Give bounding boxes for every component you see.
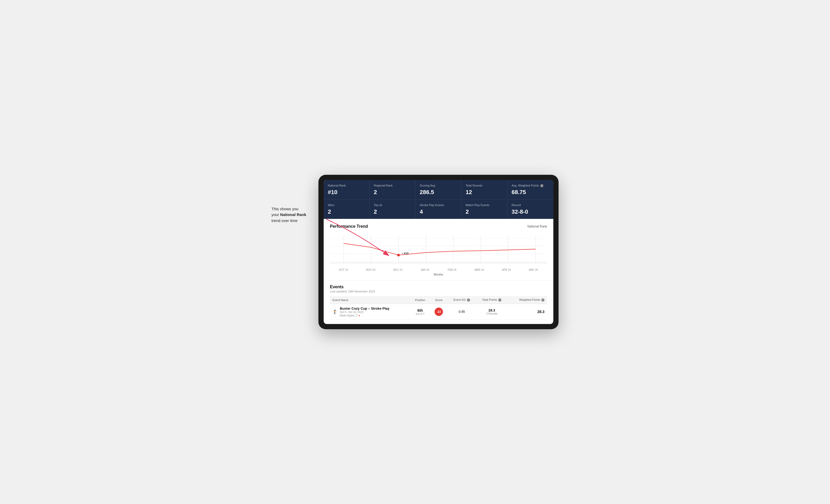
event-rounds: 3 Rounds xyxy=(479,312,505,315)
events-last-updated: Last updated: 24th November 2023 xyxy=(330,290,547,293)
chart-section: Performance Trend National Rank xyxy=(324,219,553,280)
chart-rank-label: • #10 xyxy=(402,252,409,255)
tablet-frame: National Rank #10 Regional Rank 2 Scorin… xyxy=(318,175,558,330)
col-score: Score xyxy=(430,296,448,304)
stat-avg-weighted-pts-value: 68.75 xyxy=(512,189,549,196)
stat-national-rank-value: #10 xyxy=(328,189,365,196)
stat-record: Record 32-8-0 xyxy=(507,200,553,219)
stats-row1: National Rank #10 Regional Rank 2 Scorin… xyxy=(324,180,553,199)
chart-x-label-may24: MAY 24 xyxy=(520,268,547,271)
weighted-pts-info-icon: i xyxy=(541,298,544,302)
col-total-points: Total Points i xyxy=(476,296,508,304)
stat-stroke-play-value: 4 xyxy=(420,208,457,215)
stat-top3s: Top 3s 2 xyxy=(370,200,416,219)
chart-svg: • #10 xyxy=(330,233,547,267)
stat-regional-rank: Regional Rank 2 xyxy=(370,180,416,199)
table-row: 🏌️ Buster Cozy Cup – Stroke Play Oct 9 -… xyxy=(330,304,547,320)
stat-scoring-avg-value: 286.5 xyxy=(420,189,457,196)
stat-scoring-avg-label: Scoring Avg. xyxy=(420,183,457,187)
event-name: Buster Cozy Cup – Stroke Play xyxy=(340,306,389,310)
stat-top3s-label: Top 3s xyxy=(374,203,411,207)
annotation-line3: trend over time xyxy=(272,219,297,223)
tablet-screen: National Rank #10 Regional Rank 2 Scorin… xyxy=(324,180,553,324)
annotation-line1: This shows you xyxy=(272,207,298,211)
chart-title: Performance Trend xyxy=(330,224,368,229)
stat-scoring-avg: Scoring Avg. 286.5 xyxy=(416,180,461,199)
stat-total-rounds-value: 12 xyxy=(466,189,503,196)
chart-header: Performance Trend National Rank xyxy=(330,224,547,229)
stat-match-play: Match Play Events 2 xyxy=(461,200,507,219)
event-position: 6th xyxy=(413,308,427,312)
chart-x-labels: OCT 23 NOV 23 DEC 23 JAN 24 FEB 24 MAR 2… xyxy=(330,267,547,272)
events-table-body: 🏌️ Buster Cozy Cup – Stroke Play Oct 9 -… xyxy=(330,304,547,320)
chart-x-label-jan24: JAN 24 xyxy=(411,268,439,271)
events-table-header: Event Name Position Score Event SG i xyxy=(330,296,547,304)
stat-wins-value: 2 xyxy=(328,208,365,215)
avg-weighted-info-icon: i xyxy=(540,184,543,187)
chart-x-label-oct23: OCT 23 xyxy=(330,268,357,271)
stat-regional-rank-label: Regional Rank xyxy=(374,183,411,187)
event-rank-impact: Rank Impact: 3 ▼ xyxy=(340,314,389,317)
stat-national-rank-label: National Rank xyxy=(328,183,365,187)
annotation-text: This shows you your National Rank trend … xyxy=(272,206,306,224)
stats-row2: Wins 2 Top 3s 2 Stroke Play Events 4 Mat… xyxy=(324,199,553,219)
stat-record-value: 32-8-0 xyxy=(512,208,549,215)
stat-avg-weighted-pts: Avg. Weighted Points i 68.75 xyxy=(507,180,553,199)
stat-regional-rank-value: 2 xyxy=(374,189,411,196)
col-event-sg: Event SG i xyxy=(448,296,476,304)
event-total-pts: 28.3 xyxy=(479,308,505,312)
annotation-line2-prefix: your xyxy=(272,212,280,217)
stat-national-rank: National Rank #10 xyxy=(324,180,370,199)
events-table: Event Name Position Score Event SG i xyxy=(330,296,547,320)
event-info: Buster Cozy Cup – Stroke Play Oct 9 - Oc… xyxy=(340,306,389,317)
event-date: Oct 9 - Oct 10, 2023 xyxy=(340,311,389,313)
events-section: Events Last updated: 24th November 2023 … xyxy=(324,280,553,324)
event-position-sub: out of 7 xyxy=(413,312,427,315)
event-sg-info-icon: i xyxy=(467,298,470,302)
annotation-bold: National Rank xyxy=(280,212,306,217)
stat-wins-label: Wins xyxy=(328,203,365,207)
rank-impact-arrow-icon: ▼ xyxy=(358,314,360,317)
event-sg-value: 0.45 xyxy=(459,310,465,313)
chart-legend: National Rank xyxy=(528,225,547,228)
stat-avg-weighted-pts-label: Avg. Weighted Points i xyxy=(512,183,549,187)
event-score-cell: -22 xyxy=(430,304,448,320)
total-pts-info-icon: i xyxy=(498,298,501,302)
chart-x-title: Months xyxy=(330,273,547,276)
event-icon: 🏌️ xyxy=(332,309,338,314)
event-sg-cell: 0.45 xyxy=(448,304,476,320)
events-title: Events xyxy=(330,284,547,289)
stat-top3s-value: 2 xyxy=(374,208,411,215)
event-weighted-pts: 28.3 xyxy=(537,310,544,314)
event-position-cell: 6th out of 7 xyxy=(410,304,430,320)
event-name-container: 🏌️ Buster Cozy Cup – Stroke Play Oct 9 -… xyxy=(332,306,408,317)
chart-x-label-apr24: APR 24 xyxy=(493,268,520,271)
col-position: Position xyxy=(410,296,430,304)
stat-match-play-label: Match Play Events xyxy=(466,203,503,207)
event-total-pts-cell: 28.3 3 Rounds xyxy=(476,304,508,320)
outer-wrapper: This shows you your National Rank trend … xyxy=(272,175,558,330)
event-score-badge: -22 xyxy=(435,308,443,316)
chart-x-label-mar24: MAR 24 xyxy=(466,268,493,271)
stat-stroke-play: Stroke Play Events 4 xyxy=(416,200,461,219)
chart-x-label-dec23: DEC 23 xyxy=(384,268,411,271)
stat-total-rounds-label: Total Rounds xyxy=(466,183,503,187)
trend-line xyxy=(344,243,536,255)
col-event-name: Event Name xyxy=(330,296,410,304)
stat-match-play-value: 2 xyxy=(466,208,503,215)
stat-record-label: Record xyxy=(512,203,549,207)
event-name-cell: 🏌️ Buster Cozy Cup – Stroke Play Oct 9 -… xyxy=(330,304,410,320)
chart-rank-dot xyxy=(397,254,400,257)
stat-stroke-play-label: Stroke Play Events xyxy=(420,203,457,207)
col-weighted-points: Weighted Points i xyxy=(508,296,547,304)
stat-total-rounds: Total Rounds 12 xyxy=(461,180,507,199)
chart-area: • #10 xyxy=(330,233,547,267)
event-weighted-pts-cell: 28.3 xyxy=(508,304,547,320)
chart-x-label-feb24: FEB 24 xyxy=(439,268,466,271)
stat-wins: Wins 2 xyxy=(324,200,370,219)
events-header-row: Event Name Position Score Event SG i xyxy=(330,296,547,304)
chart-x-label-nov23: NOV 23 xyxy=(357,268,384,271)
